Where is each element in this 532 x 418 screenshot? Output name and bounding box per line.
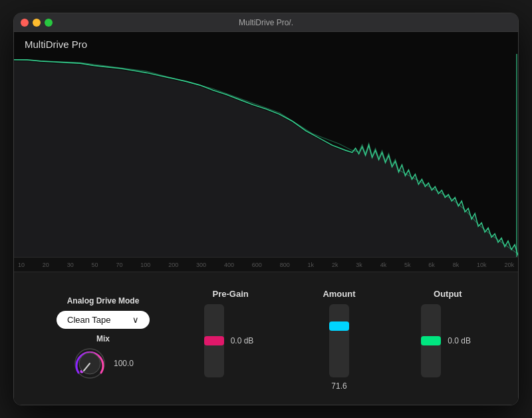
mix-label: Mix [96,334,110,343]
pregain-label: Pre-Gain [213,289,249,299]
amount-value: 71.6 [331,381,346,391]
freq-label-70: 70 [116,262,122,268]
freq-label-300: 300 [196,262,206,268]
pregain-wrapper: 0.0 dB [204,304,257,377]
output-wrapper: 0.0 dB [421,304,474,377]
freq-label-1k: 1k [308,262,315,268]
spectrum-svg [14,54,518,257]
output-value: 0.0 dB [448,336,474,345]
controls-section: Analog Drive Mode Clean Tape ∨ Mix [14,272,518,405]
app-window: MultiDrive Pro/. MultiDrive Pro 10 [13,13,519,405]
output-track[interactable] [421,304,441,377]
title-bar: MultiDrive Pro/. [14,13,518,32]
mix-row: 100.0 [72,346,134,381]
freq-labels: 10 20 30 50 70 100 200 300 400 600 800 1… [17,262,515,268]
mode-value: Clean Tape [67,315,111,325]
output-section: Output 0.0 dB [408,289,487,377]
freq-label-200: 200 [168,262,178,268]
minimize-button[interactable] [33,19,41,27]
freq-label-6k: 6k [428,262,435,268]
app-content: MultiDrive Pro 10 20 30 50 [14,32,518,405]
mix-knob[interactable] [72,346,107,381]
freq-label-30: 30 [67,262,74,268]
pregain-section: Pre-Gain 0.0 dB [191,289,271,377]
freq-label-400: 400 [224,262,234,268]
output-thumb[interactable] [421,336,441,345]
pregain-thumb[interactable] [204,336,224,345]
window-title: MultiDrive Pro/. [239,18,293,27]
left-controls: Analog Drive Mode Clean Tape ∨ Mix [30,296,176,381]
freq-label-8k: 8k [453,262,460,268]
freq-label-10k: 10k [477,262,487,268]
maximize-button[interactable] [45,19,53,27]
close-button[interactable] [21,19,29,27]
freq-label-2k: 2k [332,262,338,268]
freq-label-4k: 4k [380,262,387,268]
freq-label-5k: 5k [404,262,411,268]
mode-dropdown[interactable]: Clean Tape ∨ [57,311,150,329]
app-title: MultiDrive Pro [14,32,518,54]
amount-label: Amount [323,289,355,299]
amount-track[interactable] [329,304,349,377]
freq-label-50: 50 [92,262,98,268]
freq-label-800: 800 [280,262,290,268]
amount-section: Amount 71.6 [299,289,379,391]
mix-value: 100.0 [114,359,134,368]
mode-label: Analog Drive Mode [67,296,140,306]
freq-label-100: 100 [140,262,150,268]
freq-label-20k: 20k [504,262,514,268]
spectrum-display [14,54,518,257]
window-controls [21,19,53,27]
mix-section: Mix [72,334,134,381]
dropdown-arrow-icon: ∨ [132,315,139,325]
pregain-track[interactable] [204,304,224,377]
freq-label-20: 20 [43,262,49,268]
amount-thumb[interactable] [329,321,349,331]
amount-wrapper: 71.6 [329,304,349,391]
freq-label-10: 10 [18,262,25,268]
slider-sections: Pre-Gain 0.0 dB Amount [176,286,502,391]
freq-label-3k: 3k [356,262,362,268]
freq-axis: 10 20 30 50 70 100 200 300 400 600 800 1… [14,257,518,272]
freq-label-600: 600 [252,262,262,268]
pregain-value: 0.0 dB [231,336,257,345]
output-label: Output [434,289,462,299]
